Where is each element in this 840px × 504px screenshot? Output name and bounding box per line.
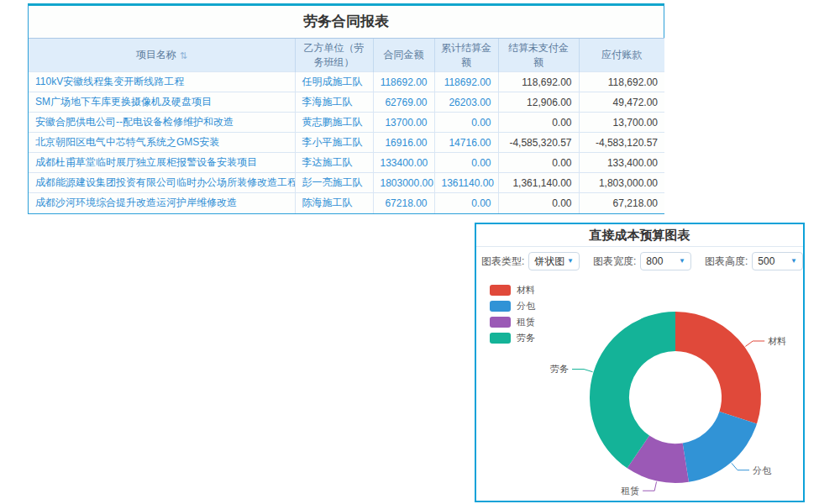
legend-swatch [490, 285, 511, 296]
cell-project[interactable]: 成都能源建设集团投资有限公司临时办公场所装修改造工程EPC [29, 173, 295, 193]
cell-unpaid-amount: 0.00 [498, 193, 579, 213]
report-title: 劳务合同报表 [29, 6, 664, 38]
col-header-project[interactable]: 项目名称⇅ [29, 39, 295, 72]
cell-project[interactable]: 成都沙河环境综合提升改造运河护岸维修改造 [29, 193, 295, 213]
table-row[interactable]: 北京朝阳区电气中芯特气系统之GMS安装 李小平施工队 16916.00 1471… [29, 133, 664, 153]
col-header-payable: 应付账款 [579, 39, 664, 72]
pie-label-line-3 [572, 369, 593, 371]
cell-team: 黄志鹏施工队 [295, 113, 373, 133]
col-header-settled-amount: 累计结算金额 [434, 39, 498, 72]
sort-icon[interactable]: ⇅ [180, 50, 187, 62]
pie-slice-1[interactable] [683, 412, 757, 482]
chevron-down-icon: ▼ [567, 258, 574, 265]
cell-team: 李小平施工队 [295, 133, 373, 153]
pie-label-3: 劳务 [550, 364, 569, 374]
cell-payable: 133,400.00 [579, 153, 664, 173]
chart-height-select[interactable]: 500 ▼ [752, 252, 803, 270]
cell-unpaid-amount: 0.00 [498, 153, 579, 173]
pie-chart-area: 材料 分包 租赁 劳务 材料分包租赁劳务 [476, 276, 803, 501]
chevron-down-icon: ▼ [790, 258, 797, 265]
cell-payable: 1,803,000.00 [579, 173, 664, 193]
cell-contract-amount: 133400.00 [373, 153, 434, 173]
table-row[interactable]: 成都杜甫草堂临时展厅独立展柜报警设备安装项目 李达施工队 133400.00 0… [29, 153, 664, 173]
pie-label-line-0 [745, 341, 764, 346]
cell-project[interactable]: 110kV安徽线程集变开断线路工程 [29, 72, 295, 92]
cell-settled-amount: 26203.00 [434, 92, 498, 113]
legend-label: 劳务 [517, 332, 535, 344]
cell-settled-amount: 0.00 [434, 113, 498, 133]
pie-label-1: 分包 [753, 465, 772, 475]
legend-item-lease[interactable]: 租赁 [490, 316, 535, 328]
cell-team: 任明成施工队 [295, 72, 373, 92]
cell-contract-amount: 67218.00 [373, 193, 434, 213]
table-header-row: 项目名称⇅ 乙方单位（劳务班组） 合同金额 累计结算金额 结算未支付金额 应付账… [29, 39, 664, 72]
table-row[interactable]: 成都能源建设集团投资有限公司临时办公场所装修改造工程EPC 彭一亮施工队 180… [29, 173, 664, 193]
cell-team: 李海施工队 [295, 92, 373, 113]
legend-label: 分包 [517, 300, 535, 312]
cell-contract-amount: 13700.00 [373, 113, 434, 133]
chart-type-value: 饼状图 [534, 255, 564, 269]
table-row[interactable]: SM广场地下车库更换摄像机及硬盘项目 李海施工队 62769.00 26203.… [29, 92, 664, 113]
cell-unpaid-amount: 0.00 [498, 113, 579, 133]
legend-item-materials[interactable]: 材料 [490, 284, 535, 297]
cell-team: 彭一亮施工队 [295, 173, 373, 193]
cell-project[interactable]: 北京朝阳区电气中芯特气系统之GMS安装 [29, 133, 295, 153]
direct-cost-chart-panel: 直接成本预算图表 图表类型: 饼状图 ▼ 图表宽度: 800 ▼ 图表高度: 5… [475, 223, 805, 502]
cell-payable: 49,472.00 [579, 92, 664, 113]
cell-contract-amount: 16916.00 [373, 133, 434, 153]
chart-type-select[interactable]: 饼状图 ▼ [528, 252, 580, 270]
pie-label-2: 租赁 [621, 486, 639, 496]
chart-height-value: 500 [758, 255, 774, 267]
labor-contract-report: 劳务合同报表 项目名称⇅ 乙方单位（劳务班组） 合同金额 累计结算金额 结算未支… [28, 3, 664, 214]
legend-swatch [490, 333, 511, 344]
chart-width-label: 图表宽度: [593, 255, 636, 269]
cell-payable: 118,692.00 [579, 72, 664, 92]
chart-height-label: 图表高度: [705, 255, 748, 269]
cell-payable: 13,700.00 [579, 113, 664, 133]
report-table: 项目名称⇅ 乙方单位（劳务班组） 合同金额 累计结算金额 结算未支付金额 应付账… [29, 38, 664, 213]
cell-settled-amount: 0.00 [434, 193, 498, 213]
cell-team: 李达施工队 [295, 153, 373, 173]
table-row[interactable]: 成都沙河环境综合提升改造运河护岸维修改造 陈海施工队 67218.00 0.00… [29, 193, 664, 213]
chart-legend: 材料 分包 租赁 劳务 [490, 284, 535, 348]
pie-label-0: 材料 [768, 336, 786, 346]
pie-slice-0[interactable] [675, 312, 761, 424]
pie-label-line-1 [732, 463, 749, 470]
cell-team: 陈海施工队 [295, 193, 373, 213]
cell-contract-amount: 118692.00 [373, 72, 434, 92]
cell-payable: 67,218.00 [579, 193, 664, 213]
table-row[interactable]: 110kV安徽线程集变开断线路工程 任明成施工队 118692.00 11869… [29, 72, 664, 92]
cell-project[interactable]: 安徽合肥供电公司--配电设备检修维护和改造 [29, 113, 295, 133]
cell-contract-amount: 62769.00 [373, 92, 434, 113]
col-header-project-label: 项目名称 [136, 49, 176, 60]
col-header-contract-amount: 合同金额 [373, 39, 434, 72]
legend-label: 材料 [517, 284, 535, 297]
chart-width-select[interactable]: 800 ▼ [640, 252, 691, 270]
pie-label-line-2 [643, 482, 656, 491]
cell-contract-amount: 1803000.00 [373, 173, 434, 193]
cell-payable: -4,583,120.57 [579, 133, 664, 153]
legend-item-labor[interactable]: 劳务 [490, 332, 535, 344]
chart-controls: 图表类型: 饼状图 ▼ 图表宽度: 800 ▼ 图表高度: 500 ▼ [476, 247, 803, 276]
cell-project[interactable]: 成都杜甫草堂临时展厅独立展柜报警设备安装项目 [29, 153, 295, 173]
chevron-down-icon: ▼ [679, 258, 685, 265]
cell-settled-amount: 118692.00 [434, 72, 498, 92]
cell-unpaid-amount: 1,361,140.00 [498, 173, 579, 193]
legend-swatch [490, 317, 511, 328]
cell-unpaid-amount: 118,692.00 [498, 72, 579, 92]
cell-unpaid-amount: -4,585,320.57 [498, 133, 579, 153]
cell-unpaid-amount: 12,906.00 [498, 92, 579, 113]
chart-panel-title: 直接成本预算图表 [476, 224, 803, 247]
cell-settled-amount: 1361140.00 [434, 173, 498, 193]
legend-item-subcontract[interactable]: 分包 [490, 300, 535, 312]
cell-project[interactable]: SM广场地下车库更换摄像机及硬盘项目 [29, 92, 295, 113]
cell-settled-amount: 0.00 [434, 153, 498, 173]
chart-type-label: 图表类型: [481, 255, 524, 269]
col-header-unpaid-amount: 结算未支付金额 [498, 39, 579, 72]
legend-label: 租赁 [517, 316, 535, 328]
col-header-team: 乙方单位（劳务班组） [295, 39, 373, 72]
cell-settled-amount: 14716.00 [434, 133, 498, 153]
chart-width-value: 800 [646, 255, 663, 267]
legend-swatch [490, 301, 511, 312]
table-row[interactable]: 安徽合肥供电公司--配电设备检修维护和改造 黄志鹏施工队 13700.00 0.… [29, 113, 664, 133]
